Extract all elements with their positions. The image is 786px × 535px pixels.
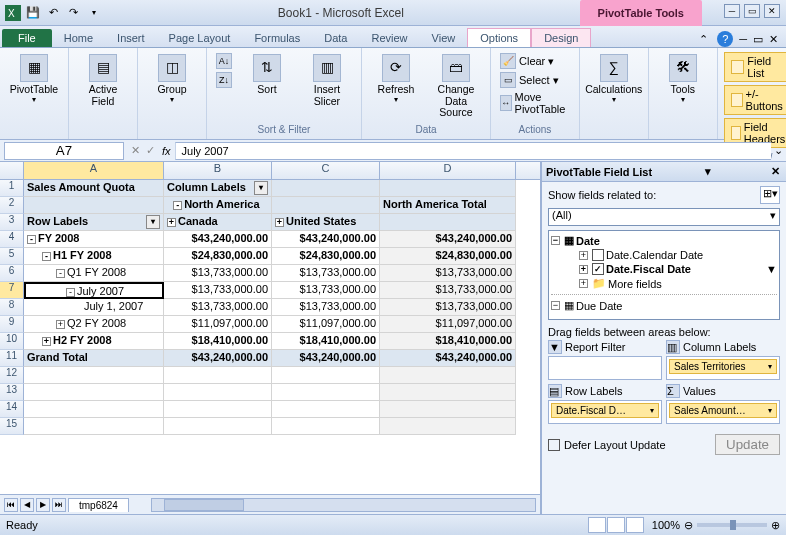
tab-file[interactable]: File <box>2 29 52 47</box>
minimize-ribbon-icon[interactable]: ⌃ <box>695 31 711 47</box>
doc-restore-button[interactable]: ▭ <box>753 33 763 46</box>
cell-C2[interactable] <box>272 197 380 214</box>
cell-C1[interactable] <box>272 180 380 197</box>
redo-icon[interactable]: ↷ <box>64 4 82 22</box>
filter-dropdown-icon[interactable]: ▾ <box>254 181 268 195</box>
cell-D12[interactable] <box>380 367 516 384</box>
cell-C8[interactable]: $13,733,000.00 <box>272 299 380 316</box>
cell-B6[interactable]: $13,733,000.00 <box>164 265 272 282</box>
expand-icon[interactable]: + <box>167 218 176 227</box>
col-header-b[interactable]: B <box>164 162 272 179</box>
filter-icon[interactable]: ▼ <box>766 263 777 275</box>
cell-C5[interactable]: $24,830,000.00 <box>272 248 380 265</box>
cell-B4[interactable]: $43,240,000.00 <box>164 231 272 248</box>
tab-insert[interactable]: Insert <box>105 29 157 47</box>
cell-C13[interactable] <box>272 384 380 401</box>
name-box[interactable] <box>4 142 124 160</box>
row-header[interactable]: 1 <box>0 180 24 197</box>
zoom-out-icon[interactable]: ⊖ <box>684 519 693 532</box>
doc-minimize-button[interactable]: ─ <box>739 33 747 45</box>
cell-A2[interactable] <box>24 197 164 214</box>
page-break-view-button[interactable] <box>626 517 644 533</box>
cell-D14[interactable] <box>380 401 516 418</box>
cell-D8[interactable]: $13,733,000.00 <box>380 299 516 316</box>
cell-B10[interactable]: $18,410,000.00 <box>164 333 272 350</box>
pivottable-button[interactable]: ▦PivotTable▾ <box>6 52 62 106</box>
sort-desc-button[interactable]: Z↓ <box>213 71 235 89</box>
zoom-in-icon[interactable]: ⊕ <box>771 519 780 532</box>
cell-B11[interactable]: $43,240,000.00 <box>164 350 272 367</box>
tab-page-layout[interactable]: Page Layout <box>157 29 243 47</box>
cell-A12[interactable] <box>24 367 164 384</box>
change-data-source-button[interactable]: 🗃Change Data Source <box>428 52 484 121</box>
sheet-nav-prev[interactable]: ◀ <box>20 498 34 512</box>
row-header[interactable]: 3 <box>0 214 24 231</box>
expand-icon[interactable]: + <box>579 279 588 288</box>
cell-A5[interactable]: -H1 FY 2008 <box>24 248 164 265</box>
tab-home[interactable]: Home <box>52 29 105 47</box>
cell-C9[interactable]: $11,097,000.00 <box>272 316 380 333</box>
cell-D11[interactable]: $43,240,000.00 <box>380 350 516 367</box>
page-layout-view-button[interactable] <box>607 517 625 533</box>
cell-A3[interactable]: Row Labels▾ <box>24 214 164 231</box>
layout-options-icon[interactable]: ⊞▾ <box>760 186 780 204</box>
normal-view-button[interactable] <box>588 517 606 533</box>
column-labels-area[interactable]: Sales Territories▾ <box>666 356 780 380</box>
cell-A1[interactable]: Sales Amount Quota <box>24 180 164 197</box>
cell-B9[interactable]: $11,097,000.00 <box>164 316 272 333</box>
save-icon[interactable]: 💾 <box>24 4 42 22</box>
cell-B13[interactable] <box>164 384 272 401</box>
sheet-tab[interactable]: tmp6824 <box>68 498 129 512</box>
cancel-formula-icon[interactable]: ✕ <box>131 144 140 157</box>
row-header[interactable]: 15 <box>0 418 24 435</box>
sheet-nav-last[interactable]: ⏭ <box>52 498 66 512</box>
collapse-icon[interactable]: − <box>551 301 560 310</box>
cell-D15[interactable] <box>380 418 516 435</box>
cell-C4[interactable]: $43,240,000.00 <box>272 231 380 248</box>
cell-A11[interactable]: Grand Total <box>24 350 164 367</box>
cell-A10[interactable]: +H2 FY 2008 <box>24 333 164 350</box>
cell-D7[interactable]: $13,733,000.00 <box>380 282 516 299</box>
expand-icon[interactable]: - <box>66 288 75 297</box>
cell-D2[interactable]: North America Total <box>380 197 516 214</box>
group-button[interactable]: ◫Group▾ <box>144 52 200 106</box>
values-chip[interactable]: Sales Amount…▾ <box>669 403 777 418</box>
cell-D10[interactable]: $18,410,000.00 <box>380 333 516 350</box>
excel-icon[interactable]: X <box>4 4 22 22</box>
col-header-a[interactable]: A <box>24 162 164 179</box>
insert-slicer-button[interactable]: ▥Insert Slicer <box>299 52 355 109</box>
row-header[interactable]: 10 <box>0 333 24 350</box>
expand-formula-icon[interactable]: ⌄ <box>771 144 786 157</box>
tree-due-date[interactable]: Due Date <box>576 300 622 312</box>
update-button[interactable]: Update <box>715 434 780 455</box>
cell-C6[interactable]: $13,733,000.00 <box>272 265 380 282</box>
spreadsheet-grid[interactable]: A B C D 1Sales Amount QuotaColumn Labels… <box>0 162 540 514</box>
tab-design[interactable]: Design <box>531 28 591 47</box>
related-to-select[interactable]: (All)▾ <box>548 208 780 226</box>
tree-calendar-date[interactable]: Date.Calendar Date <box>606 249 703 261</box>
refresh-button[interactable]: ⟳Refresh▾ <box>368 52 424 106</box>
field-tree[interactable]: −▦ Date +Date.Calendar Date +✓Date.Fisca… <box>548 230 780 320</box>
tab-formulas[interactable]: Formulas <box>242 29 312 47</box>
row-header[interactable]: 12 <box>0 367 24 384</box>
expand-icon[interactable]: - <box>56 269 65 278</box>
cell-C12[interactable] <box>272 367 380 384</box>
row-header[interactable]: 8 <box>0 299 24 316</box>
expand-icon[interactable]: + <box>579 251 588 260</box>
tools-button[interactable]: 🛠Tools▾ <box>655 52 711 106</box>
qat-dropdown[interactable] <box>84 4 102 22</box>
row-header[interactable]: 5 <box>0 248 24 265</box>
fx-icon[interactable]: fx <box>162 145 171 157</box>
tab-review[interactable]: Review <box>359 29 419 47</box>
cell-C10[interactable]: $18,410,000.00 <box>272 333 380 350</box>
row-header[interactable]: 6 <box>0 265 24 282</box>
expand-icon[interactable]: - <box>173 201 182 210</box>
zoom-slider[interactable] <box>697 523 767 527</box>
cell-C3[interactable]: +United States <box>272 214 380 231</box>
field-list-toggle[interactable]: Field List <box>724 52 786 82</box>
filter-dropdown-icon[interactable]: ▾ <box>146 215 160 229</box>
row-chip[interactable]: Date.Fiscal D…▾ <box>551 403 659 418</box>
cell-A6[interactable]: -Q1 FY 2008 <box>24 265 164 282</box>
pm-buttons-toggle[interactable]: +/- Buttons <box>724 85 786 115</box>
cell-A4[interactable]: -FY 2008 <box>24 231 164 248</box>
